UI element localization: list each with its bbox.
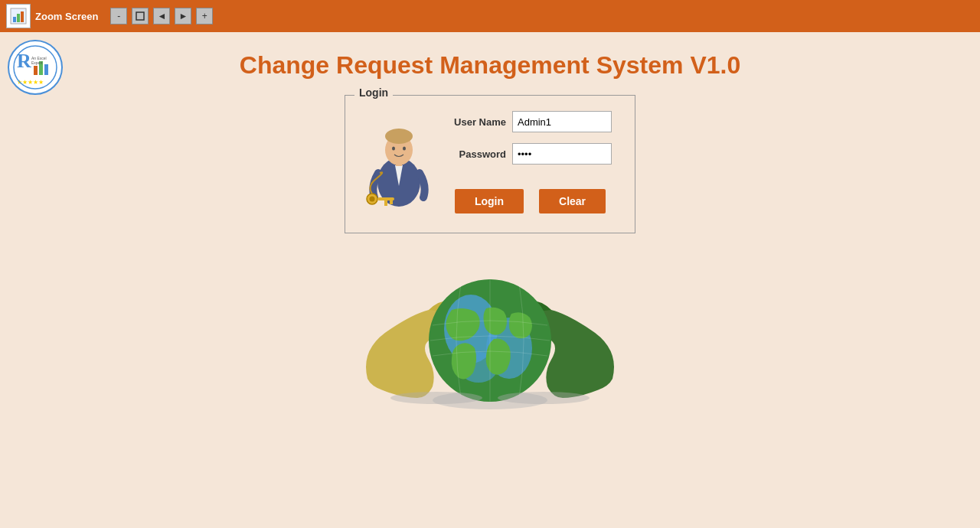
svg-point-18 [392,146,395,150]
globe-svg [345,249,635,409]
nav-prev-button[interactable]: ◄ [153,8,170,24]
svg-point-31 [498,392,590,404]
svg-rect-3 [21,11,24,22]
password-label: Password [449,148,506,160]
svg-point-17 [385,129,413,144]
logo-area: R ★★★★★ An Excel Expert [8,40,63,95]
svg-point-21 [369,196,374,201]
login-button[interactable]: Login [455,189,524,213]
svg-text:Expert: Expert [31,60,43,65]
login-inner: User Name Password Login Clear [361,111,612,213]
svg-rect-24 [384,200,387,206]
svg-rect-4 [136,12,144,20]
app-title: Change Request Management System V1.0 [240,51,740,80]
svg-rect-1 [13,17,16,22]
toolbar-app-icon [6,4,31,28]
button-row: Login Clear [449,189,612,213]
username-row: User Name [449,111,612,132]
toolbar-title: Zoom Screen [35,11,98,22]
main-content: R ★★★★★ An Excel Expert Change Request M… [0,32,980,406]
svg-rect-2 [17,14,20,22]
app-logo: R ★★★★★ An Excel Expert [8,40,63,95]
nav-next-button[interactable]: ► [175,8,191,24]
svg-text:★★★★★: ★★★★★ [17,79,44,86]
svg-rect-8 [44,64,48,75]
svg-rect-6 [34,66,38,75]
password-input[interactable] [512,143,612,165]
clear-button[interactable]: Clear [539,189,606,213]
zoom-plus-button[interactable]: + [196,8,213,24]
login-fields: User Name Password Login Clear [449,111,612,213]
svg-point-19 [403,146,406,150]
svg-rect-22 [377,197,394,200]
username-input[interactable] [512,111,612,132]
restore-button[interactable] [132,8,149,24]
username-label: User Name [449,116,506,128]
minimize-button[interactable]: - [110,8,127,24]
login-avatar [361,111,437,210]
globe-illustration [345,253,635,406]
login-box: Login [345,95,635,233]
password-row: Password [449,143,612,165]
svg-point-30 [390,392,482,404]
svg-rect-23 [390,200,393,204]
toolbar: Zoom Screen - ◄ ► + [0,0,980,32]
login-legend: Login [354,86,393,99]
avatar-icon [363,113,436,209]
